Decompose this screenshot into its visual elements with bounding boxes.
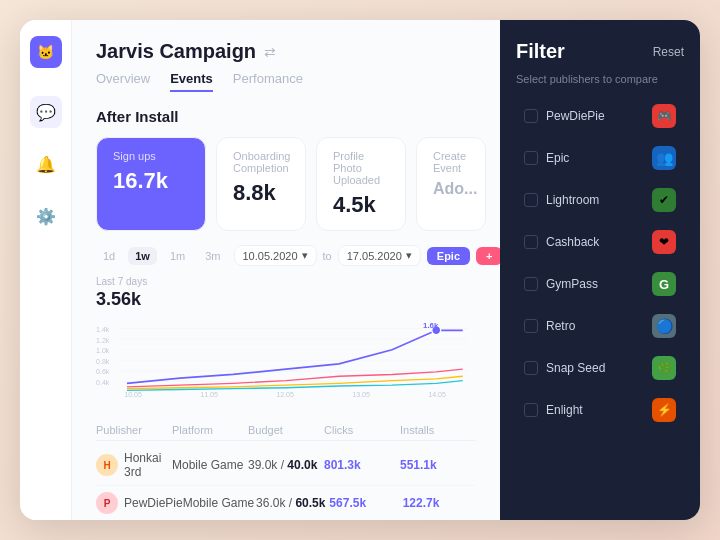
filter-row: 1d 1w 1m 3m 10.05.2020 ▾ to 17.05.2020 ▾… xyxy=(96,245,476,266)
sidebar-icon-gear[interactable]: ⚙️ xyxy=(30,200,62,232)
pub-icon-pewdiepie: 🎮 xyxy=(652,104,676,128)
period-1d-btn[interactable]: 1d xyxy=(96,247,122,265)
publisher-name-2: PewDiePie xyxy=(124,496,183,510)
svg-text:1.0k: 1.0k xyxy=(96,347,110,354)
svg-text:13.05: 13.05 xyxy=(352,391,370,398)
checkbox-enlight[interactable] xyxy=(524,403,538,417)
pub-name-epic: Epic xyxy=(546,151,644,165)
metric-label-onboarding: Onboarding Completion xyxy=(233,150,289,174)
filter-title: Filter xyxy=(516,40,565,63)
to-date-value: 17.05.2020 xyxy=(347,250,402,262)
clicks-1: 801.3k xyxy=(324,458,400,472)
platform-2: Mobile Game xyxy=(183,496,256,510)
metric-card-photo: Profile Photo Uploaded 4.5k xyxy=(316,137,406,231)
tab-overview[interactable]: Overview xyxy=(96,71,150,92)
svg-text:1.4k: 1.4k xyxy=(96,326,110,333)
campaign-title: Jarvis Campaign xyxy=(96,40,256,63)
checkbox-snapseed[interactable] xyxy=(524,361,538,375)
pub-name-enlight: Enlight xyxy=(546,403,644,417)
th-platform: Platform xyxy=(172,424,248,436)
publisher-item-snapseed[interactable]: Snap Seed 🌿 xyxy=(516,349,684,387)
checkbox-retro[interactable] xyxy=(524,319,538,333)
checkbox-epic[interactable] xyxy=(524,151,538,165)
svg-text:0.8k: 0.8k xyxy=(96,358,110,365)
installs-2: 122.7k xyxy=(403,496,476,510)
metric-card-onboarding: Onboarding Completion 8.8k xyxy=(216,137,306,231)
publisher-item-gympass[interactable]: GymPass G xyxy=(516,265,684,303)
publisher-list: PewDiePie 🎮 Epic 👥 Lightroom ✔ Cashback … xyxy=(516,97,684,429)
pub-icon-gympass: G xyxy=(652,272,676,296)
pub-name-gympass: GymPass xyxy=(546,277,644,291)
pub-name-snapseed: Snap Seed xyxy=(546,361,644,375)
filter-subtitle: Select publishers to compare xyxy=(516,73,684,85)
budget-2: 36.0k / 60.5k xyxy=(256,496,329,510)
to-date-picker[interactable]: 17.05.2020 ▾ xyxy=(338,245,421,266)
tabs: Overview Events Perfomance xyxy=(96,71,476,92)
chart-section: Last 7 days 3.56k 1.4k 1.2k 1.0k 0.8k 0.… xyxy=(96,276,476,408)
swap-icon[interactable]: ⇄ xyxy=(264,44,276,60)
period-3m-btn[interactable]: 3m xyxy=(198,247,227,265)
publisher-item-pewdiepie[interactable]: PewDiePie 🎮 xyxy=(516,97,684,135)
installs-1: 551.1k xyxy=(400,458,476,472)
sidebar: 🐱 💬 🔔 ⚙️ xyxy=(20,20,72,520)
avatar-pewdie: P xyxy=(96,492,118,514)
budget-1: 39.0k / 40.0k xyxy=(248,458,324,472)
pub-name-cashback: Cashback xyxy=(546,235,644,249)
metric-label-photo: Profile Photo Uploaded xyxy=(333,150,389,186)
publisher-item-lightroom[interactable]: Lightroom ✔ xyxy=(516,181,684,219)
table-header: Publisher Platform Budget Clicks Install… xyxy=(96,420,476,441)
publisher-cell-1: H Honkai 3rd xyxy=(96,451,172,479)
tab-events[interactable]: Events xyxy=(170,71,213,92)
metric-value-photo: 4.5k xyxy=(333,192,389,218)
pub-icon-cashback: ❤ xyxy=(652,230,676,254)
to-date-chevron: ▾ xyxy=(406,249,412,262)
checkbox-pewdiepie[interactable] xyxy=(524,109,538,123)
app-container: 🐱 💬 🔔 ⚙️ Jarvis Campaign ⇄ Overview Even… xyxy=(20,20,700,520)
date-to-label: to xyxy=(323,250,332,262)
svg-text:12.05: 12.05 xyxy=(276,391,294,398)
metric-value-create: Ado... xyxy=(433,180,469,198)
pub-name-lightroom: Lightroom xyxy=(546,193,644,207)
pub-icon-epic: 👥 xyxy=(652,146,676,170)
metrics-row: Sign ups 16.7k Onboarding Completion 8.8… xyxy=(96,137,476,231)
publisher-item-retro[interactable]: Retro 🔵 xyxy=(516,307,684,345)
svg-text:1.6k: 1.6k xyxy=(423,321,439,330)
chart-period-label: Last 7 days xyxy=(96,276,476,287)
metric-label-signups: Sign ups xyxy=(113,150,189,162)
table-row-2: P PewDiePie Mobile Game 36.0k / 60.5k 56… xyxy=(96,486,476,520)
filter-panel: Filter Reset Select publishers to compar… xyxy=(500,20,700,520)
metric-label-create: Create Event xyxy=(433,150,469,174)
from-date-chevron: ▾ xyxy=(302,249,308,262)
reset-button[interactable]: Reset xyxy=(653,45,684,59)
tab-performance[interactable]: Perfomance xyxy=(233,71,303,92)
checkbox-gympass[interactable] xyxy=(524,277,538,291)
from-date-value: 10.05.2020 xyxy=(243,250,298,262)
metric-value-onboarding: 8.8k xyxy=(233,180,289,206)
after-install-title: After Install xyxy=(96,108,476,125)
add-tag-btn[interactable]: + xyxy=(476,247,500,265)
publisher-item-epic[interactable]: Epic 👥 xyxy=(516,139,684,177)
sidebar-icon-bell[interactable]: 🔔 xyxy=(30,148,62,180)
app-logo: 🐱 xyxy=(30,36,62,68)
checkbox-cashback[interactable] xyxy=(524,235,538,249)
chart-svg: 1.4k 1.2k 1.0k 0.8k 0.6k 0.4k xyxy=(96,318,476,408)
epic-tag-btn[interactable]: Epic xyxy=(427,247,470,265)
publisher-cell-2: P PewDiePie xyxy=(96,492,183,514)
period-1w-btn[interactable]: 1w xyxy=(128,247,157,265)
pub-icon-retro: 🔵 xyxy=(652,314,676,338)
checkbox-lightroom[interactable] xyxy=(524,193,538,207)
svg-text:10.05: 10.05 xyxy=(124,391,142,398)
clicks-2: 567.5k xyxy=(329,496,402,510)
svg-text:0.6k: 0.6k xyxy=(96,368,110,375)
from-date-picker[interactable]: 10.05.2020 ▾ xyxy=(234,245,317,266)
publisher-item-enlight[interactable]: Enlight ⚡ xyxy=(516,391,684,429)
pub-name-retro: Retro xyxy=(546,319,644,333)
table-section: Publisher Platform Budget Clicks Install… xyxy=(96,420,476,520)
publisher-item-cashback[interactable]: Cashback ❤ xyxy=(516,223,684,261)
sidebar-icon-chat[interactable]: 💬 xyxy=(30,96,62,128)
metric-value-signups: 16.7k xyxy=(113,168,189,194)
svg-text:11.05: 11.05 xyxy=(200,391,218,398)
svg-text:1.2k: 1.2k xyxy=(96,337,110,344)
period-1m-btn[interactable]: 1m xyxy=(163,247,192,265)
chart-value: 3.56k xyxy=(96,289,476,310)
